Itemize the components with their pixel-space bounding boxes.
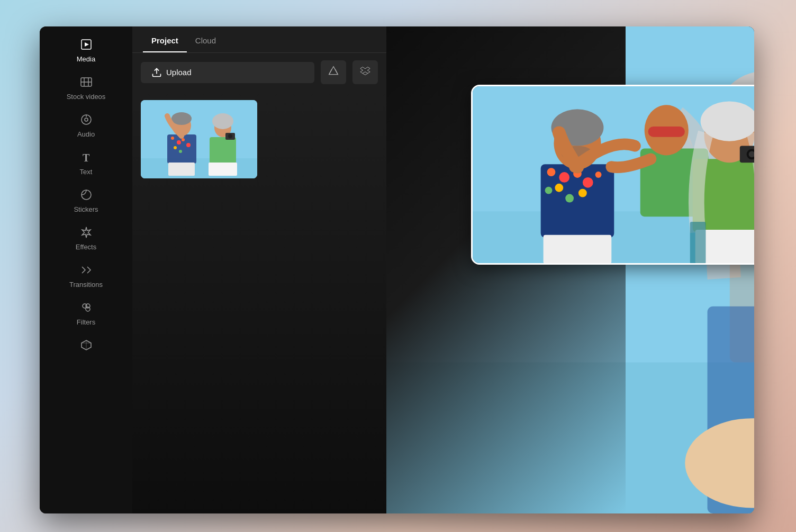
google-drive-button[interactable] xyxy=(321,60,346,84)
sidebar-item-audio[interactable]: Audio xyxy=(40,107,132,145)
svg-point-48 xyxy=(583,177,593,188)
svg-rect-56 xyxy=(544,235,612,263)
upload-button[interactable]: Upload xyxy=(141,62,314,83)
svg-rect-59 xyxy=(648,127,685,137)
svg-point-19 xyxy=(177,140,181,145)
svg-marker-1 xyxy=(85,42,89,47)
dropbox-icon xyxy=(360,66,370,76)
svg-point-23 xyxy=(179,150,182,153)
svg-rect-16 xyxy=(141,158,257,178)
sidebar-item-effects-label: Effects xyxy=(76,243,97,251)
stickers-icon xyxy=(80,188,93,203)
sidebar-item-effects[interactable]: Effects xyxy=(40,220,132,257)
svg-point-46 xyxy=(555,184,563,192)
svg-point-22 xyxy=(186,143,191,147)
svg-point-44 xyxy=(547,168,556,176)
app-window: Media Stock videos xyxy=(40,26,754,513)
sidebar-item-audio-label: Audio xyxy=(77,130,95,138)
sidebar-item-stock-label: Stock videos xyxy=(67,93,106,101)
upload-icon xyxy=(151,67,162,78)
panel-toolbar: Upload xyxy=(132,53,386,92)
text-icon: T xyxy=(80,151,93,166)
focused-clip[interactable] xyxy=(471,85,754,265)
sidebar-item-media-label: Media xyxy=(77,55,95,63)
main-content: Project Cloud Upload xyxy=(132,26,754,513)
svg-rect-26 xyxy=(168,163,195,176)
filters-icon xyxy=(80,301,93,316)
svg-point-45 xyxy=(559,172,569,183)
svg-point-20 xyxy=(174,146,177,149)
sidebar-item-filters-label: Filters xyxy=(77,318,95,326)
panel-content xyxy=(132,92,386,513)
svg-point-29 xyxy=(212,113,233,129)
media-thumbnail[interactable] xyxy=(141,100,257,178)
svg-rect-27 xyxy=(210,137,236,164)
svg-point-52 xyxy=(595,172,602,178)
svg-point-13 xyxy=(86,304,90,308)
svg-point-49 xyxy=(565,194,574,203)
tab-cloud[interactable]: Cloud xyxy=(187,26,224,52)
sidebar-item-text-label: Text xyxy=(80,168,93,176)
audio-icon xyxy=(80,113,93,128)
tab-project[interactable]: Project xyxy=(143,26,187,52)
sidebar-item-transitions[interactable]: Transitions xyxy=(40,257,132,295)
dropbox-button[interactable] xyxy=(352,60,378,84)
sidebar-item-text[interactable]: T Text xyxy=(40,145,132,182)
google-drive-icon xyxy=(328,66,339,76)
sidebar-item-media[interactable]: Media xyxy=(40,32,132,69)
svg-point-18 xyxy=(171,137,174,140)
panel-area: Project Cloud Upload xyxy=(132,26,754,513)
sidebar-item-stickers[interactable]: Stickers xyxy=(40,182,132,220)
panel-tabs: Project Cloud xyxy=(132,26,386,53)
effects-icon xyxy=(80,226,93,241)
transitions-icon xyxy=(80,264,93,278)
sidebar: Media Stock videos xyxy=(40,26,132,513)
media-icon xyxy=(80,38,93,53)
sidebar-item-stickers-label: Stickers xyxy=(74,205,98,213)
svg-point-50 xyxy=(545,187,553,194)
svg-point-7 xyxy=(85,118,88,121)
svg-rect-30 xyxy=(209,163,237,176)
focused-clip-content xyxy=(473,86,754,263)
media-panel: Project Cloud Upload xyxy=(132,26,386,513)
focused-clip-image xyxy=(473,86,754,263)
svg-rect-67 xyxy=(690,222,706,263)
sidebar-item-filters[interactable]: Filters xyxy=(40,295,132,332)
svg-point-51 xyxy=(578,189,587,197)
svg-point-25 xyxy=(171,112,192,125)
svg-point-32 xyxy=(228,134,232,138)
sidebar-item-transitions-label: Transitions xyxy=(69,281,103,288)
sidebar-item-stock-videos[interactable]: Stock videos xyxy=(40,69,132,107)
player-area: Player xyxy=(386,26,754,513)
sidebar-item-3d[interactable] xyxy=(40,332,132,360)
svg-text:T: T xyxy=(83,152,90,164)
thumbnail-image xyxy=(141,100,257,178)
threed-icon xyxy=(80,339,93,354)
stock-videos-icon xyxy=(80,76,93,91)
